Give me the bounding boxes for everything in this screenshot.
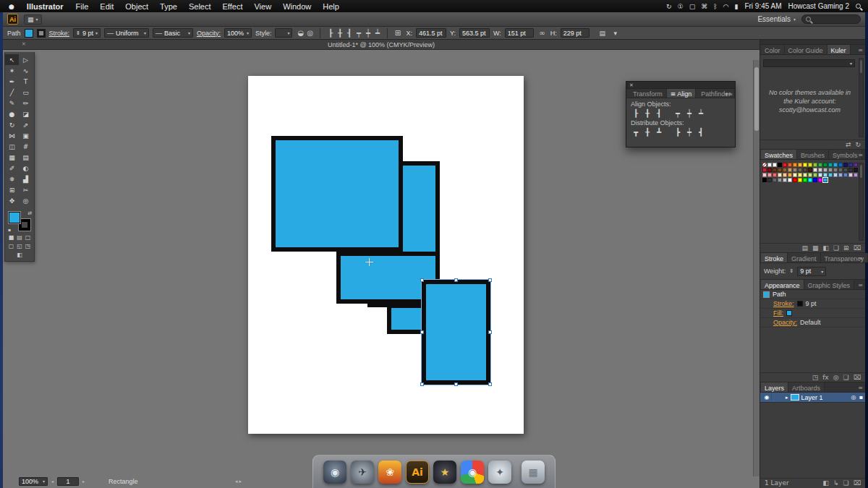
swatch[interactable] [808, 168, 812, 172]
gradient-mode-icon[interactable]: ▤ [17, 234, 22, 241]
appearance-row[interactable]: Opacity: Default [760, 318, 865, 328]
panel-dock-header[interactable] [760, 40, 865, 45]
swatch[interactable] [833, 163, 838, 167]
width-tool[interactable]: ⋈ [5, 130, 19, 141]
panel-tab[interactable]: Brushes [797, 150, 829, 159]
swatch[interactable] [823, 173, 827, 177]
swatch[interactable] [838, 163, 843, 167]
kuler-refresh-icon[interactable]: ↻ [855, 141, 861, 148]
new-layer-icon[interactable]: ❏ [843, 479, 849, 487]
display-status-icon[interactable]: ▢ [689, 3, 696, 10]
swatch[interactable] [803, 163, 807, 167]
panel-menu-icon[interactable]: ≡ [858, 282, 863, 288]
new-sublayer-icon[interactable]: ↳ [833, 479, 839, 487]
duplicate-item-icon[interactable]: ❏ [843, 374, 849, 381]
panel-align-vcenter-icon[interactable]: ┿ [684, 108, 694, 117]
opacity-field[interactable]: 100% ▾ [224, 28, 252, 38]
swatch[interactable] [773, 173, 777, 177]
color-mode-icon[interactable]: ■ [9, 234, 14, 241]
swatch[interactable] [788, 163, 792, 167]
swatch[interactable] [818, 168, 822, 172]
panel-tab[interactable]: Appearance [761, 280, 804, 289]
panel-menu-icon[interactable]: ≡ [858, 385, 863, 391]
panel-menu-icon[interactable]: ≡ [858, 255, 863, 262]
keyboard-status-icon[interactable]: ⌘ [701, 3, 707, 10]
panel-tab[interactable]: Symbols [829, 150, 862, 159]
new-effect-icon[interactable]: fx [822, 374, 829, 381]
swatch[interactable] [854, 168, 858, 172]
align-bottom-icon[interactable]: ┷ [373, 29, 382, 37]
distribute-right-icon[interactable]: ┫ [696, 127, 706, 136]
artboard-nav-prev-icon[interactable]: ◂ [51, 479, 54, 484]
swatch[interactable] [783, 173, 787, 177]
swatch-kinds-icon[interactable]: ▦ [812, 244, 819, 252]
document-close-icon[interactable]: ✕ [22, 41, 26, 47]
free-transform-tool[interactable]: ▣ [19, 130, 33, 141]
swatch[interactable] [793, 173, 797, 177]
stepper-icon[interactable]: ⇕ [76, 30, 80, 36]
clear-appearance-icon[interactable]: ◎ [833, 374, 839, 381]
stroke-color-chip[interactable] [37, 29, 46, 38]
mesh-tool[interactable]: ▦ [5, 152, 19, 163]
selection-handle[interactable] [488, 382, 492, 386]
panel-tab[interactable]: Kuler [827, 45, 851, 54]
swatch[interactable] [803, 173, 807, 177]
swatch[interactable] [854, 163, 858, 167]
appearance-attr-link[interactable]: Stroke: [773, 300, 794, 307]
dock-photo-booth-icon[interactable]: ❀ [378, 461, 401, 484]
w-field[interactable]: 151 pt [505, 28, 534, 38]
layer-row[interactable]: ◉ ▸ Layer 1 ◎ ▪ [760, 393, 865, 403]
panel-tab[interactable]: Color Guide [785, 45, 827, 54]
arrange-documents-button[interactable]: ▦ ▾ [24, 14, 42, 25]
battery-status-icon[interactable]: ▮ [734, 3, 738, 10]
swatch[interactable] [854, 173, 858, 177]
selection-handle[interactable] [454, 382, 458, 386]
x-field[interactable]: 461.5 pt [416, 28, 446, 38]
constrain-proportions-icon[interactable]: ∞ [537, 29, 547, 37]
swatch[interactable] [773, 168, 777, 172]
align-left-icon[interactable]: ┠ [326, 29, 335, 37]
swatch[interactable] [828, 173, 833, 177]
stroke-swatch[interactable] [19, 219, 30, 231]
fill-swatch[interactable] [9, 212, 20, 223]
wifi-status-icon[interactable]: ◠ [723, 3, 729, 10]
panel-menu-icon[interactable]: ≡ [858, 47, 863, 53]
dock-quicktime-icon[interactable]: ◉ [323, 461, 346, 484]
brush-definition-select[interactable]: — Basic ▾ [153, 28, 193, 38]
dock-imovie-icon[interactable]: ★ [433, 461, 456, 484]
panel-tab[interactable]: Artboards [788, 382, 825, 392]
selection-handle[interactable] [488, 278, 492, 282]
distribute-top-icon[interactable]: ┳ [631, 127, 641, 136]
delete-swatch-icon[interactable]: ⌧ [854, 244, 861, 252]
scrollbar-thumb[interactable] [754, 67, 759, 131]
artboard-nav-field[interactable]: 1 [57, 477, 79, 486]
reference-point-icon[interactable]: ⊞ [393, 29, 402, 37]
panel-scrollbar[interactable] [859, 58, 864, 137]
weight-field[interactable]: 9 pt ▾ [797, 267, 826, 276]
draw-inside-icon[interactable]: ◳ [25, 243, 31, 249]
swatch[interactable] [818, 178, 822, 182]
swatch[interactable] [798, 168, 802, 172]
swatch[interactable] [843, 168, 848, 172]
menu-item[interactable]: Select [183, 2, 217, 11]
rectangle-shape[interactable] [271, 136, 403, 252]
stroke-weight-field[interactable]: ⇕ 9 pt ▾ [73, 28, 101, 38]
type-tool[interactable]: T [19, 76, 33, 87]
pen-tool[interactable]: ✒ [5, 76, 19, 87]
new-color-group-icon[interactable]: ❏ [833, 244, 839, 252]
swatch[interactable] [798, 163, 802, 167]
panel-tab[interactable]: ≡Align [667, 89, 697, 98]
swatch[interactable] [788, 168, 792, 172]
lasso-tool[interactable]: ∿ [19, 65, 33, 76]
panel-align-bottom-icon[interactable]: ┷ [696, 108, 706, 117]
selection-handle[interactable] [454, 278, 458, 282]
spotlight-icon[interactable] [856, 4, 861, 9]
swatch[interactable] [808, 178, 812, 182]
apple-menu-icon[interactable]: ● [9, 3, 14, 10]
pencil-tool[interactable]: ✏ [19, 98, 33, 108]
swatch[interactable] [803, 178, 807, 182]
hand-tool[interactable]: ✥ [5, 195, 19, 206]
swatch[interactable] [803, 168, 807, 172]
swatch[interactable] [783, 178, 787, 182]
swatch[interactable] [762, 163, 767, 167]
